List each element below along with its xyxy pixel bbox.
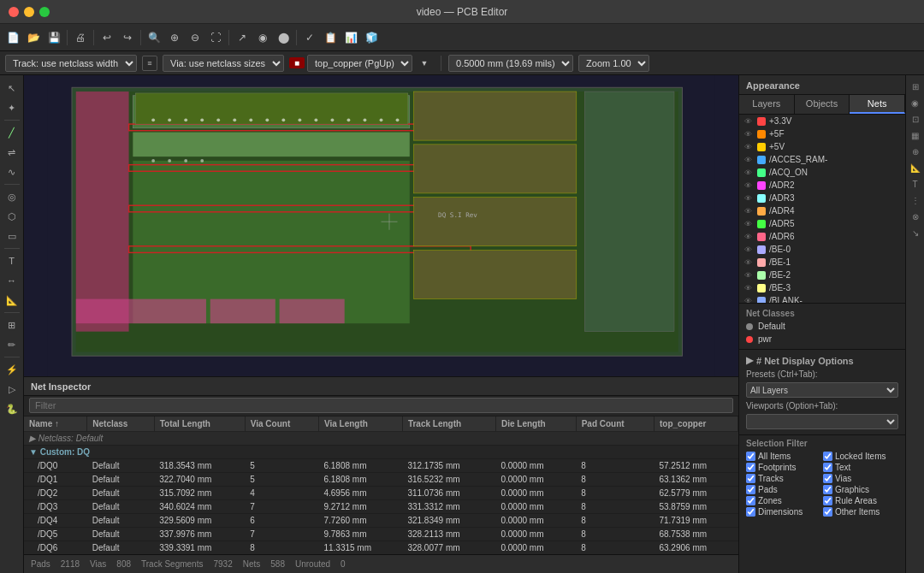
net-visibility-icon[interactable]: 👁 [744,181,752,190]
close-button[interactable] [9,7,19,17]
sf-checkbox[interactable] [746,452,755,461]
table-row[interactable]: /DQ4 Default 329.5609 mm 6 7.7260 mm 321… [24,514,738,528]
rt-btn-9[interactable]: ⊗ [908,209,923,224]
layer-dropdown-button[interactable]: ▼ [415,54,434,73]
net-visibility-icon[interactable]: 👁 [744,207,752,216]
sf-checkbox[interactable] [823,463,832,472]
zoom-fit-button[interactable]: ⛶ [206,28,225,47]
maximize-button[interactable] [39,7,50,17]
net-visibility-icon[interactable]: 👁 [744,194,752,203]
via-size-select[interactable]: Via: use netclass sizes [163,55,284,72]
tune-track-tool[interactable]: ∿ [3,162,21,181]
sf-checkbox[interactable] [823,496,832,505]
ndo-title[interactable]: ▶ # Net Display Options [746,355,898,366]
col-netclass[interactable]: Netclass [87,416,154,432]
add-zone-tool[interactable]: ▭ [3,227,21,245]
net-item[interactable]: 👁 /ADR6 [739,230,905,243]
tab-objects[interactable]: Objects [795,95,850,114]
track-width-button[interactable]: ≡ [142,56,157,71]
rt-btn-1[interactable]: ⊞ [908,79,923,94]
zoom-out-button[interactable]: ⊖ [186,28,204,47]
sf-checkbox[interactable] [746,474,755,483]
sf-checkbox[interactable] [823,485,832,494]
track-width-select[interactable]: Track: use netclass width [5,55,137,72]
python-tool[interactable]: 🐍 [3,399,21,418]
net-visibility-icon[interactable]: 👁 [744,117,752,126]
col-top-copper[interactable]: top_copper [654,416,737,432]
rt-btn-2[interactable]: ◉ [908,95,923,110]
net-visibility-icon[interactable]: 👁 [744,156,752,164]
drc-button[interactable]: ✓ [300,28,319,47]
net-visibility-icon[interactable]: 👁 [744,168,752,177]
sf-checkbox[interactable] [746,507,755,517]
print-button[interactable]: 🖨 [71,28,90,47]
new-button[interactable]: 📄 [3,28,22,47]
sf-checkbox[interactable] [823,507,832,517]
col-die-length[interactable]: Die Length [495,416,576,432]
net-visibility-icon[interactable]: 👁 [744,284,752,292]
net-inspector-table-container[interactable]: Name ↑ Netclass Total Length Via Count V… [24,416,738,554]
sf-checkbox[interactable] [746,485,755,494]
table-row[interactable]: /DQ1 Default 322.7040 mm 5 6.1808 mm 316… [24,473,738,487]
tab-layers[interactable]: Layers [739,95,795,114]
table-row[interactable]: /DQ5 Default 337.9976 mm 7 9.7863 mm 328… [24,528,738,541]
table-row[interactable]: ▼ Custom: DQ [24,446,738,459]
col-total-length[interactable]: Total Length [154,416,245,432]
via-button[interactable]: ◉ [253,28,272,47]
col-track-length[interactable]: Track Length [402,416,495,432]
add-pad-tool[interactable]: ⬡ [3,207,21,226]
zoom-in-button[interactable]: ⊕ [165,28,184,47]
net-item[interactable]: 👁 /ADR5 [739,217,905,230]
layer-align-tool[interactable]: ⊞ [3,316,21,334]
minimize-button[interactable] [24,7,34,17]
highlight-tool[interactable]: ✦ [3,98,21,117]
net-item[interactable]: 👁 +5V [739,140,905,153]
select-tool[interactable]: ↖ [3,79,21,97]
measure-select[interactable]: 0.5000 mm (19.69 mils) [448,55,573,72]
net-item[interactable]: 👁 /ACCES_RAM- [739,153,905,166]
redo-button[interactable]: ↪ [118,28,137,47]
net-visibility-icon[interactable]: 👁 [744,297,752,304]
search-button[interactable]: 🔍 [145,28,163,47]
net-visibility-icon[interactable]: 👁 [744,130,752,139]
sf-checkbox[interactable] [746,496,755,505]
dimension-tool[interactable]: ↔ [3,271,21,290]
col-via-length[interactable]: Via Length [318,416,402,432]
rt-btn-3[interactable]: ⊡ [908,111,923,127]
tab-nets[interactable]: Nets [850,95,905,114]
route-button[interactable]: ↗ [233,28,252,47]
net-item[interactable]: 👁 /BE-2 [739,269,905,281]
nets-list[interactable]: 👁 +3.3V 👁 +5F 👁 +5V 👁 /ACCES_RAM- 👁 /ACQ… [739,115,905,303]
net-item[interactable]: 👁 +5F [739,127,905,140]
ndo-presets-select[interactable]: All Layers [746,382,898,398]
nc-item-pwr[interactable]: pwr [739,333,905,346]
net-visibility-icon[interactable]: 👁 [744,258,752,267]
route-track-tool[interactable]: ╱ [3,123,21,142]
add-text-tool[interactable]: T [3,251,21,270]
col-name[interactable]: Name ↑ [24,416,87,432]
net-item[interactable]: 👁 /BE-3 [739,281,905,294]
net-item[interactable]: 👁 /ADR3 [739,192,905,204]
drc-tool[interactable]: ⚡ [3,360,21,379]
edit-tool[interactable]: ✏ [3,335,21,354]
design-rules-button[interactable]: 📋 [321,28,340,47]
rt-btn-4[interactable]: ▦ [908,127,923,143]
rt-btn-7[interactable]: T [908,176,923,192]
col-pad-count[interactable]: Pad Count [576,416,654,432]
sf-checkbox[interactable] [823,474,832,483]
net-item[interactable]: 👁 /ADR4 [739,204,905,217]
measure-tool[interactable]: 📐 [3,291,21,310]
3d-viewer-button[interactable]: 🧊 [362,28,381,47]
table-row[interactable]: /DQ6 Default 339.3391 mm 8 11.3315 mm 32… [24,541,738,555]
rt-btn-6[interactable]: 📐 [908,160,923,175]
net-visibility-icon[interactable]: 👁 [744,271,752,280]
undo-button[interactable]: ↩ [98,28,116,47]
sf-checkbox[interactable] [746,463,755,472]
net-inspector-button[interactable]: 📊 [341,28,360,47]
zoom-select[interactable]: Zoom 1.00 [578,55,649,72]
rt-btn-5[interactable]: ⊕ [908,144,923,159]
table-row[interactable]: /DQ0 Default 318.3543 mm 5 6.1808 mm 312… [24,459,738,473]
table-row[interactable]: /DQ2 Default 315.7092 mm 4 4.6956 mm 311… [24,487,738,500]
col-via-count[interactable]: Via Count [245,416,318,432]
script-console-tool[interactable]: ▷ [3,380,21,399]
